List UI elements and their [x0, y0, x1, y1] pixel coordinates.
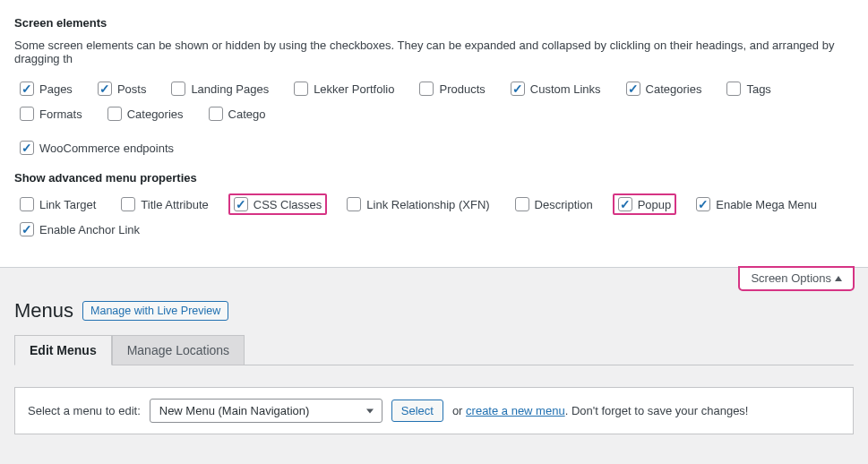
- page-title: Menus: [14, 299, 73, 322]
- checkbox-option[interactable]: Description: [510, 193, 598, 215]
- checkbox-icon: [107, 107, 122, 121]
- select-button[interactable]: Select: [391, 400, 443, 422]
- checkbox-option[interactable]: Categories: [102, 103, 189, 125]
- checkbox-icon: [234, 197, 248, 211]
- checkbox-option[interactable]: Pages: [14, 78, 78, 99]
- checkbox-option[interactable]: WooCommerce endpoints: [14, 137, 179, 159]
- tabs: Edit Menus Manage Locations: [14, 335, 854, 365]
- checkbox-row-advanced: Link TargetTitle AttributeCSS ClassesLin…: [14, 193, 854, 240]
- menu-select-dropdown[interactable]: New Menu (Main Navigation): [150, 399, 382, 423]
- tab-edit-menus[interactable]: Edit Menus: [14, 335, 112, 365]
- menu-columns: Add menu items PagesPosts Menu structure…: [0, 434, 868, 464]
- screen-options-panel: Screen elements Some screen elements can…: [0, 0, 868, 268]
- checkbox-label: Posts: [117, 82, 147, 96]
- checkbox-option[interactable]: Link Relationship (XFN): [341, 193, 494, 215]
- checkbox-label: Enable Mega Menu: [716, 198, 817, 211]
- tab-manage-locations[interactable]: Manage Locations: [112, 335, 245, 365]
- checkbox-row-boxes-2: WooCommerce endpoints: [14, 137, 854, 159]
- checkbox-option[interactable]: Categories: [621, 78, 708, 99]
- checkbox-option[interactable]: Posts: [92, 78, 152, 99]
- checkbox-icon: [696, 197, 710, 211]
- screen-options-toggle[interactable]: Screen Options: [739, 267, 854, 290]
- checkbox-option[interactable]: Products: [414, 78, 490, 99]
- checkbox-icon: [419, 82, 434, 96]
- section-title-screen-elements: Screen elements: [14, 16, 854, 30]
- checkbox-label: Link Relationship (XFN): [366, 198, 489, 211]
- checkbox-option[interactable]: Enable Mega Menu: [691, 193, 822, 215]
- checkbox-label: Custom Links: [530, 82, 601, 96]
- select-menu-suffix: or create a new menu. Don't forget to sa…: [452, 404, 749, 417]
- checkbox-label: Popup: [638, 198, 672, 211]
- checkbox-label: Products: [439, 82, 485, 96]
- checkbox-icon: [121, 197, 135, 211]
- create-new-menu-link[interactable]: create a new menu: [466, 404, 565, 417]
- checkbox-label: Tags: [746, 82, 770, 96]
- menu-select-display: New Menu (Main Navigation): [150, 399, 382, 423]
- manage-live-preview-button[interactable]: Manage with Live Preview: [82, 301, 228, 321]
- helper-text: Some screen elements can be shown or hid…: [14, 39, 854, 65]
- checkbox-icon: [20, 197, 34, 211]
- screen-options-toggle-row: Screen Options: [0, 267, 868, 290]
- checkbox-label: CSS Classes: [254, 198, 322, 211]
- checkbox-label: Landing Pages: [191, 82, 269, 96]
- checkbox-option[interactable]: Popup: [613, 193, 677, 215]
- checkbox-option[interactable]: CSS Classes: [228, 193, 328, 215]
- triangle-up-icon: [835, 276, 842, 281]
- checkbox-label: Title Attribute: [141, 198, 208, 211]
- select-menu-prompt: Select a menu to edit:: [28, 404, 141, 417]
- checkbox-option[interactable]: Link Target: [14, 193, 101, 215]
- checkbox-option[interactable]: Landing Pages: [166, 78, 274, 99]
- checkbox-label: Catego: [228, 107, 266, 121]
- checkbox-label: Pages: [39, 82, 73, 96]
- checkbox-icon: [726, 82, 741, 96]
- checkbox-row-boxes: PagesPostsLanding PagesLekker PortfolioP…: [14, 78, 854, 125]
- checkbox-icon: [626, 82, 640, 96]
- checkbox-label: Description: [535, 198, 593, 211]
- checkbox-option[interactable]: Tags: [721, 78, 776, 99]
- checkbox-icon: [515, 197, 529, 211]
- checkbox-icon: [20, 222, 34, 236]
- select-menu-box: Select a menu to edit: New Menu (Main Na…: [14, 387, 854, 434]
- checkbox-icon: [347, 197, 361, 211]
- checkbox-icon: [171, 82, 185, 96]
- checkbox-option[interactable]: Custom Links: [505, 78, 606, 99]
- checkbox-label: Categories: [127, 107, 184, 121]
- checkbox-option[interactable]: Formats: [14, 103, 88, 125]
- checkbox-option[interactable]: Title Attribute: [116, 193, 213, 215]
- checkbox-icon: [618, 197, 632, 211]
- checkbox-icon: [209, 107, 223, 121]
- checkbox-label: Enable Anchor Link: [39, 223, 140, 236]
- checkbox-label: Categories: [646, 82, 702, 96]
- checkbox-icon: [98, 82, 112, 96]
- checkbox-icon: [20, 107, 34, 121]
- checkbox-icon: [294, 82, 308, 96]
- checkbox-icon: [511, 82, 525, 96]
- checkbox-label: WooCommerce endpoints: [39, 142, 174, 155]
- checkbox-icon: [20, 82, 34, 96]
- checkbox-label: Formats: [39, 107, 82, 121]
- section-title-advanced: Show advanced menu properties: [14, 171, 854, 185]
- checkbox-label: Lekker Portfolio: [314, 82, 394, 96]
- checkbox-icon: [20, 141, 34, 155]
- checkbox-label: Link Target: [39, 198, 96, 211]
- screen-options-label: Screen Options: [751, 271, 831, 285]
- page-heading-row: Menus Manage with Live Preview: [0, 290, 868, 322]
- checkbox-option[interactable]: Enable Anchor Link: [14, 219, 145, 240]
- checkbox-option[interactable]: Lekker Portfolio: [288, 78, 400, 99]
- checkbox-option[interactable]: Catego: [203, 103, 271, 125]
